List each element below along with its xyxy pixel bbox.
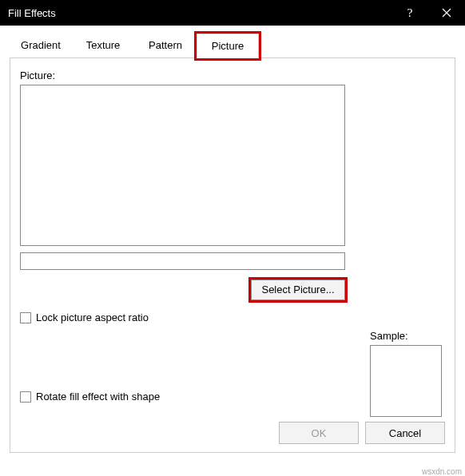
tab-gradient[interactable]: Gradient — [10, 34, 72, 58]
window-title: Fill Effects — [8, 7, 391, 19]
lock-aspect-label: Lock picture aspect ratio — [36, 311, 149, 323]
lock-aspect-row[interactable]: Lock picture aspect ratio — [20, 311, 445, 323]
sample-preview — [370, 345, 442, 417]
picture-preview — [20, 85, 345, 246]
ok-button: OK — [279, 422, 359, 444]
close-button[interactable] — [428, 0, 465, 26]
tab-texture[interactable]: Texture — [72, 34, 134, 58]
cancel-button[interactable]: Cancel — [365, 422, 445, 444]
rotate-fill-label: Rotate fill effect with shape — [36, 391, 160, 403]
select-picture-button[interactable]: Select Picture... — [251, 280, 345, 300]
sample-label: Sample: — [370, 330, 443, 342]
rotate-fill-checkbox[interactable] — [20, 391, 31, 403]
lock-aspect-checkbox[interactable] — [20, 312, 31, 323]
picture-path-field[interactable] — [20, 252, 345, 270]
watermark: wsxdn.com — [422, 467, 462, 476]
close-icon — [442, 8, 451, 18]
tab-picture[interactable]: Picture — [197, 34, 259, 58]
tab-strip: Gradient Texture Pattern Picture — [10, 34, 455, 58]
picture-label: Picture: — [20, 69, 445, 81]
rotate-fill-row[interactable]: Rotate fill effect with shape — [20, 391, 160, 403]
tab-pattern[interactable]: Pattern — [134, 34, 197, 58]
help-button[interactable]: ? — [391, 0, 428, 26]
